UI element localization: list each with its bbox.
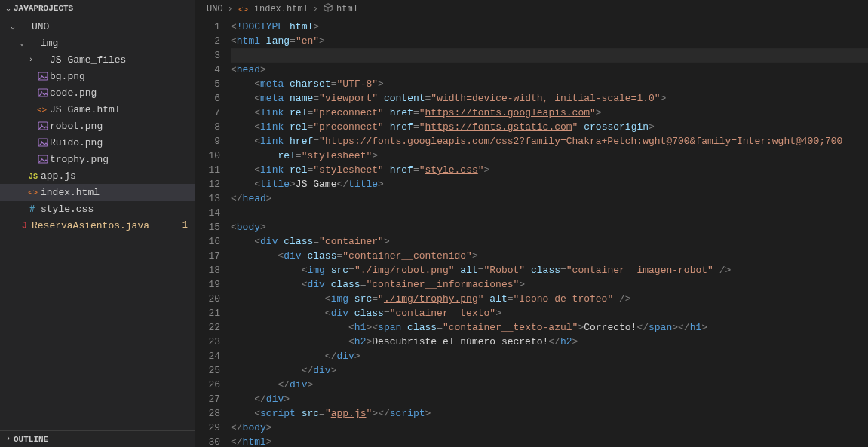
code-line[interactable]: </div> — [231, 349, 868, 363]
line-number: 15 — [196, 220, 220, 234]
line-number: 18 — [196, 263, 220, 277]
tree-item-appjs[interactable]: ›app.js — [0, 167, 195, 184]
code-line[interactable]: <img src="./img/trophy.png" alt="Icono d… — [231, 292, 868, 306]
tree-item-stylecss[interactable]: ›style.css — [0, 201, 195, 217]
code-line[interactable]: <div class="container__informaciones"> — [231, 277, 868, 292]
code-line[interactable]: <meta name="viewport" content="width=dev… — [231, 91, 868, 106]
line-number: 27 — [196, 392, 220, 406]
line-number: 14 — [196, 206, 220, 220]
code-line[interactable]: <div class="container__contenido"> — [231, 249, 868, 263]
html-file-icon: <> — [238, 3, 251, 15]
line-number: 26 — [196, 378, 220, 392]
line-number: 11 — [196, 163, 220, 177]
project-title: JAVAPROJECTS — [14, 4, 73, 13]
code-line[interactable]: <title>JS Game</title> — [231, 177, 868, 191]
line-number: 20 — [196, 292, 220, 306]
line-number: 6 — [196, 91, 220, 106]
code-line[interactable]: <div class="container"> — [231, 234, 868, 249]
code-line[interactable]: <link rel="stylesheet" href="style.css"> — [231, 163, 868, 177]
code-line[interactable]: <link rel="preconnect" href="https://fon… — [231, 120, 868, 134]
editor-area: UNO › <> index.html › html 1234567891011… — [196, 0, 868, 447]
tree-item-label: Ruido.png — [50, 137, 103, 148]
tree-item-jsgamehtml[interactable]: ›JS Game.html — [0, 101, 195, 118]
code-content[interactable]: <!DOCTYPE html><html lang="en"><head> <m… — [231, 18, 868, 447]
line-number: 7 — [196, 106, 220, 120]
tree-item-label: UNO — [32, 21, 49, 32]
tree-item-indexhtml[interactable]: ›index.html — [0, 184, 195, 201]
code-editor[interactable]: 1234567891011121314151617181920212223242… — [196, 18, 868, 447]
tree-item-label: code.png — [50, 87, 97, 99]
code-line[interactable]: </div> — [231, 392, 868, 406]
code-line[interactable]: </body> — [231, 421, 868, 435]
code-line[interactable]: </div> — [231, 363, 868, 378]
html-icon — [27, 186, 41, 198]
tree-item-code[interactable]: ›code.png — [0, 84, 195, 101]
breadcrumb-separator: › — [228, 4, 233, 14]
code-line[interactable]: <h2>Descubriste el número secreto!</h2> — [231, 335, 868, 349]
code-line[interactable] — [231, 48, 868, 63]
breadcrumb-part[interactable]: html — [336, 4, 358, 14]
tree-item-trophy[interactable]: ›trophy.png — [0, 151, 195, 167]
explorer-sidebar: ⌄ JAVAPROJECTS ⌄UNO⌄img›JS Game_files›bg… — [0, 0, 196, 447]
line-number: 19 — [196, 277, 220, 292]
tree-item-bg[interactable]: ›bg.png — [0, 68, 195, 84]
tree-item-jsgamefiles[interactable]: ›JS Game_files — [0, 51, 195, 68]
project-header[interactable]: ⌄ JAVAPROJECTS — [0, 0, 195, 17]
code-line[interactable]: <link rel="preconnect" href="https://fon… — [231, 106, 868, 120]
tree-item-robot[interactable]: ›robot.png — [0, 118, 195, 134]
image-icon — [36, 70, 50, 82]
tree-item-img[interactable]: ⌄img — [0, 35, 195, 51]
outline-title: OUTLINE — [14, 435, 48, 444]
cube-icon — [323, 2, 333, 16]
breadcrumb[interactable]: UNO › <> index.html › html — [196, 0, 868, 18]
outline-header[interactable]: › OUTLINE — [0, 430, 195, 447]
java-icon — [18, 219, 32, 231]
code-line[interactable]: <h1><span class="container__texto-azul">… — [231, 320, 868, 335]
code-line[interactable]: <meta charset="UTF-8"> — [231, 77, 868, 91]
code-line[interactable]: <!DOCTYPE html> — [231, 20, 868, 34]
breadcrumb-part[interactable]: index.html — [254, 4, 308, 14]
chevron-down-icon: ⌄ — [3, 4, 14, 13]
line-number: 8 — [196, 120, 220, 134]
line-number: 2 — [196, 34, 220, 48]
tree-item-label: app.js — [41, 170, 76, 182]
css-icon — [27, 203, 41, 215]
tree-item-label: robot.png — [50, 121, 103, 132]
code-line[interactable]: <img src="./img/robot.png" alt="Robot" c… — [231, 263, 868, 277]
image-icon — [36, 120, 50, 132]
tree-item-label: index.html — [41, 187, 100, 198]
svg-text:<>: <> — [238, 5, 248, 14]
code-line[interactable]: <body> — [231, 220, 868, 234]
line-number: 12 — [196, 177, 220, 191]
code-line[interactable]: <script src="app.js"></script> — [231, 406, 868, 421]
tree-item-ruido[interactable]: ›Ruido.png — [0, 134, 195, 151]
line-number: 1 — [196, 20, 220, 34]
line-number: 13 — [196, 191, 220, 206]
tree-item-label: trophy.png — [50, 154, 109, 165]
code-line[interactable]: <link href="https://fonts.googleapis.com… — [231, 134, 868, 148]
code-line[interactable]: <head> — [231, 63, 868, 77]
breadcrumb-part[interactable]: UNO — [207, 4, 223, 14]
tree-item-label: img — [41, 38, 58, 49]
code-line[interactable] — [231, 206, 868, 220]
line-number: 17 — [196, 249, 220, 263]
html-icon — [36, 103, 50, 115]
code-line[interactable]: <div class="container__texto"> — [231, 306, 868, 320]
tree-item-label: style.css — [41, 204, 94, 215]
image-icon — [36, 136, 50, 148]
line-number: 5 — [196, 77, 220, 91]
line-number: 10 — [196, 148, 220, 163]
chevron-down-icon: ⌄ — [17, 38, 27, 47]
code-line[interactable]: <html lang="en"> — [231, 34, 868, 48]
line-number: 28 — [196, 406, 220, 421]
line-number: 30 — [196, 435, 220, 447]
code-line[interactable]: </div> — [231, 378, 868, 392]
line-number: 9 — [196, 134, 220, 148]
code-line[interactable]: rel="stylesheet"> — [231, 148, 868, 163]
line-number: 4 — [196, 63, 220, 77]
tree-item-uno[interactable]: ⌄UNO — [0, 18, 195, 35]
code-line[interactable]: </head> — [231, 191, 868, 206]
chevron-down-icon: ⌄ — [8, 22, 18, 31]
tree-item-reserva[interactable]: ›ReservaAsientos.java1 — [0, 217, 195, 234]
code-line[interactable]: </html> — [231, 435, 868, 447]
